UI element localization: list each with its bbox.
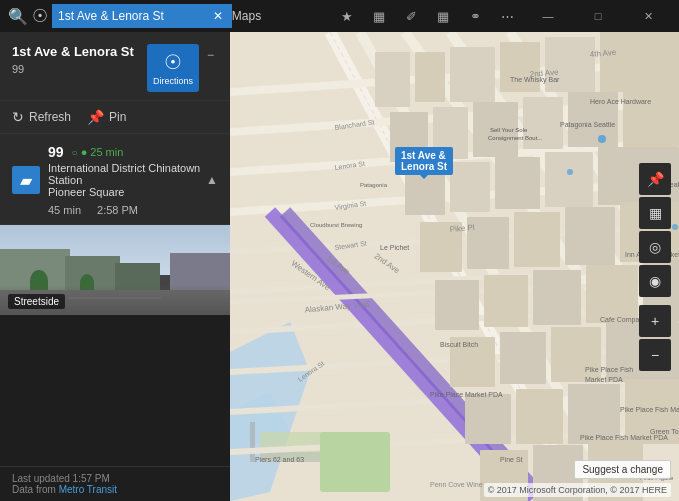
svg-rect-28 [500, 42, 540, 92]
map-layers-button[interactable]: ◉ [639, 265, 671, 297]
map-location-label[interactable]: 1st Ave &Lenora St [395, 147, 453, 175]
map-area[interactable]: Western Ave 1st Ave 2nd Ave Alaskan Way … [230, 32, 679, 501]
route-details: 45 min 2:58 PM [48, 204, 206, 216]
bus-symbol: ▰ [20, 171, 32, 190]
bookmark-icon[interactable]: ▦ [365, 4, 393, 28]
map-controls: 📌 ▦ ◎ ◉ + − [639, 163, 671, 371]
svg-rect-50 [586, 265, 638, 323]
svg-rect-29 [545, 37, 595, 92]
svg-rect-30 [600, 32, 679, 92]
svg-rect-36 [623, 87, 679, 147]
map-copyright: © 2017 Microsoft Corporation, © 2017 HER… [484, 483, 671, 497]
action-row: ↻ Refresh 📌 Pin [0, 101, 230, 134]
map-zoom-out-button[interactable]: − [639, 339, 671, 371]
map-grid-button[interactable]: ▦ [639, 197, 671, 229]
favorite-icon[interactable]: ★ [333, 4, 361, 28]
streetview-label[interactable]: Streetside [8, 294, 65, 309]
svg-rect-57 [516, 389, 563, 444]
transit-header: ▰ 99 ○ ● 25 min International District C… [12, 144, 218, 216]
search-box-text: 1st Ave & Lenora St [58, 9, 206, 23]
svg-text:Pike Place Fish Market PDA: Pike Place Fish Market PDA [580, 434, 668, 441]
window-maximize-button[interactable]: □ [575, 0, 621, 32]
svg-rect-44 [514, 212, 560, 267]
svg-rect-40 [545, 152, 593, 207]
svg-rect-26 [415, 52, 445, 102]
directions-button[interactable]: ☉ Directions [147, 44, 199, 92]
sidebar: 1st Ave & Lenora St 99 ☉ Directions − ↻ … [0, 32, 230, 501]
search-close-icon[interactable]: ✕ [210, 8, 226, 24]
svg-text:Pike Place Market PDA: Pike Place Market PDA [430, 391, 503, 398]
transit-collapse-icon[interactable]: ▲ [206, 173, 218, 187]
svg-text:Market PDA: Market PDA [585, 376, 623, 383]
location-subtitle: 99 [12, 63, 139, 75]
svg-rect-56 [465, 394, 511, 444]
svg-rect-54 [551, 327, 601, 382]
svg-rect-25 [375, 52, 410, 107]
layers-icon[interactable]: ▦ [429, 4, 457, 28]
window-close-button[interactable]: ✕ [625, 0, 671, 32]
svg-rect-27 [450, 47, 495, 102]
map-locate-button[interactable]: ◎ [639, 231, 671, 263]
route-info: 99 ○ ● 25 min International District Chi… [48, 144, 206, 216]
route-time-text: ● 25 min [81, 146, 124, 158]
person-icon[interactable]: ⚭ [461, 4, 489, 28]
map-ctrl-divider [639, 299, 671, 303]
svg-text:Cloudburst Brewing: Cloudburst Brewing [310, 222, 362, 228]
svg-text:Pine St: Pine St [500, 456, 523, 463]
globe-icon[interactable]: ☉ [32, 0, 48, 34]
svg-point-98 [598, 135, 606, 143]
route-time: ○ ● 25 min [72, 146, 124, 158]
refresh-button[interactable]: ↻ Refresh [12, 109, 71, 125]
svg-text:Patagonia Seattle: Patagonia Seattle [560, 121, 615, 129]
svg-text:Piers 62 and 63: Piers 62 and 63 [255, 456, 304, 463]
location-header: 1st Ave & Lenora St 99 ☉ Directions − [12, 44, 218, 92]
location-info: 1st Ave & Lenora St 99 [12, 44, 139, 75]
svg-rect-45 [565, 207, 615, 265]
pin-icon: 📌 [87, 109, 104, 125]
svg-rect-34 [523, 97, 563, 149]
svg-rect-49 [533, 270, 581, 325]
app-title: Maps [232, 9, 261, 23]
map-background: Western Ave 1st Ave 2nd Ave Alaskan Way … [230, 32, 679, 501]
svg-rect-38 [450, 162, 490, 212]
edit-icon[interactable]: ✐ [397, 4, 425, 28]
svg-text:Hero Ace Hardware: Hero Ace Hardware [590, 98, 651, 105]
route-name: International District Chinatown Station… [48, 162, 206, 198]
sidebar-footer: Last updated 1:57 PM Data from Metro Tra… [0, 466, 230, 501]
suggest-change-button[interactable]: Suggest a change [574, 460, 671, 479]
more-icon[interactable]: ⋯ [493, 4, 521, 28]
bus-icon: ▰ [12, 166, 40, 194]
titlebar-left: 🔍 ☉ 1st Ave & Lenora St ✕ [8, 0, 226, 34]
svg-point-99 [672, 224, 678, 230]
last-updated-text: Last updated 1:57 PM [12, 473, 218, 484]
refresh-label: Refresh [29, 110, 71, 124]
svg-text:Pike Place Fish: Pike Place Fish [585, 366, 633, 373]
transit-result: ▰ 99 ○ ● 25 min International District C… [0, 134, 230, 225]
map-zoom-in-button[interactable]: + [639, 305, 671, 337]
data-from-row: Data from Metro Transit [12, 484, 218, 495]
svg-rect-48 [484, 275, 528, 327]
metro-transit-link[interactable]: Metro Transit [59, 484, 117, 495]
route-arrival: 2:58 PM [97, 204, 138, 216]
pin-label: Pin [109, 110, 126, 124]
pin-button[interactable]: 📌 Pin [87, 109, 126, 125]
search-box[interactable]: 1st Ave & Lenora St ✕ [52, 4, 232, 28]
directions-label: Directions [153, 76, 193, 86]
svg-text:The Whisky Bar: The Whisky Bar [510, 76, 560, 84]
route-number: 99 [48, 144, 64, 160]
svg-rect-39 [495, 157, 540, 209]
streetview-container[interactable]: Streetside [0, 225, 230, 315]
window-minimize-button[interactable]: — [525, 0, 571, 32]
svg-text:Biscuit Bitch: Biscuit Bitch [440, 341, 478, 348]
location-title: 1st Ave & Lenora St [12, 44, 139, 61]
directions-icon: ☉ [164, 50, 182, 74]
svg-text:Sell Your Sole: Sell Your Sole [490, 127, 528, 133]
map-pin-button[interactable]: 📌 [639, 163, 671, 195]
data-from-label: Data from [12, 484, 59, 495]
main-area: 1st Ave & Lenora St 99 ☉ Directions − ↻ … [0, 32, 679, 501]
search-icon[interactable]: 🔍 [8, 0, 28, 34]
svg-text:Consignment Bout...: Consignment Bout... [488, 135, 543, 141]
transit-left: ▰ 99 ○ ● 25 min International District C… [12, 144, 206, 216]
location-collapse-icon[interactable]: − [203, 44, 218, 66]
svg-text:Pike Place Fish Market: Pike Place Fish Market [620, 406, 679, 413]
